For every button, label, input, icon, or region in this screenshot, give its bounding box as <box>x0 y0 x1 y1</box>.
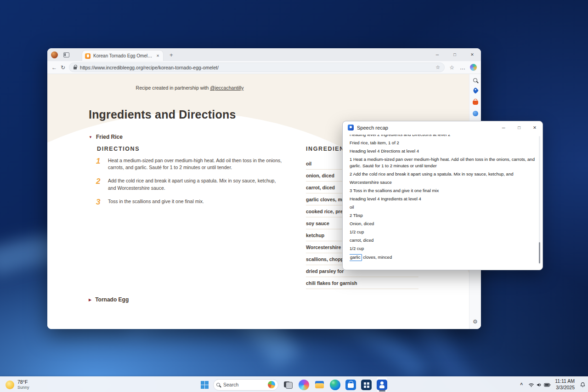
section-fried-rice[interactable]: ▼ Fried Rice <box>89 134 123 140</box>
directions-list: 1 Heat a medium-sized pan over medium-hi… <box>96 157 289 212</box>
tray-time: 11:11 AM <box>555 378 575 385</box>
speech-recap-body: Heading level 2 Ingredients and Directio… <box>343 135 538 268</box>
sidebar-search-icon[interactable] <box>473 78 477 82</box>
copilot-button[interactable] <box>298 377 310 392</box>
speech-line: Heading level 2 Ingredients and Directio… <box>350 135 538 138</box>
page-title: Ingredients and Directions <box>89 108 236 121</box>
partnership-link[interactable]: @jeccachantilly <box>210 85 243 91</box>
partnership-text: Recipe created in partnership with <box>136 85 210 91</box>
copilot-icon[interactable] <box>470 64 477 71</box>
start-button[interactable] <box>200 377 209 392</box>
speech-line-rest: cloves, minced <box>362 255 392 260</box>
search-icon <box>216 383 220 386</box>
speech-line: 3 Toss in the scallions and give it one … <box>350 188 538 194</box>
speech-line: 1/2 cup <box>350 246 538 252</box>
site-info-lock-icon[interactable] <box>74 67 77 69</box>
maximize-button[interactable]: □ <box>446 48 464 61</box>
refresh-icon[interactable]: ↻ <box>61 64 65 71</box>
search-label: Search <box>223 382 238 387</box>
chevron-down-icon: ▼ <box>89 135 92 139</box>
step-text: Add the cold rice and break it apart usi… <box>108 177 283 191</box>
direction-step: 2 Add the cold rice and break it apart u… <box>96 177 289 191</box>
partnership-note: Recipe created in partnership with @jecc… <box>89 85 291 91</box>
narrator-button[interactable] <box>376 377 388 392</box>
active-app-indicator <box>379 390 385 392</box>
sidebar-tools-icon[interactable] <box>473 111 478 116</box>
maximize-button[interactable]: □ <box>511 121 527 134</box>
tray-status-icons[interactable] <box>528 382 551 388</box>
step-text: Heat a medium-sized pan over medium-high… <box>108 157 283 171</box>
windows-logo-icon <box>201 381 209 389</box>
settings-gear-icon[interactable]: ⚙ <box>473 318 478 325</box>
speech-line: 1 Heat a medium-sized pan over medium-hi… <box>350 157 538 163</box>
sidebar-shopping-tag-icon[interactable] <box>472 87 478 94</box>
clock-date[interactable]: 11:11 AM 3/3/2025 <box>555 378 575 391</box>
scrollbar-thumb[interactable] <box>539 242 540 263</box>
section-tornado-egg-label: Tornado Egg <box>95 296 129 303</box>
window-controls: ─ □ ✕ <box>429 48 481 61</box>
narrator-app-icon <box>377 380 387 390</box>
favorites-icon[interactable]: ☆ <box>448 64 455 71</box>
speech-line: 1/2 cup <box>350 229 538 235</box>
speech-line: Heading level 4 Ingredients at level 4 <box>350 196 538 202</box>
speech-line: 2 Tbsp <box>350 213 538 219</box>
wifi-icon <box>528 382 534 388</box>
taskbar-center: Search <box>200 377 388 392</box>
close-button[interactable]: ✕ <box>464 48 481 61</box>
speech-line: Fried rice, tab item, 1 of 2 <box>350 140 538 146</box>
chevron-right-icon: ▶ <box>89 298 91 302</box>
close-button[interactable]: ✕ <box>527 121 543 134</box>
sidebar-basket-icon[interactable] <box>473 101 478 105</box>
sun-icon <box>6 381 14 389</box>
copilot-icon <box>299 380 309 390</box>
minimize-button[interactable]: ─ <box>429 48 446 61</box>
new-tab-button[interactable]: + <box>168 51 175 58</box>
bookmark-star-icon[interactable]: ☆ <box>435 64 440 70</box>
browser-tab[interactable]: Korean Tornado Egg Omelet - ... ✕ <box>82 51 163 61</box>
system-tray: ^ 11:11 AM 3/3/2025 <box>519 377 586 392</box>
address-bar[interactable]: https://www.incredibleegg.org/recipe/kor… <box>69 62 445 72</box>
weather-widget[interactable]: 78°F Sunny <box>1 377 34 392</box>
search-highlights-icon <box>268 381 275 388</box>
narrator-icon <box>348 125 354 131</box>
step-number: 3 <box>96 198 102 206</box>
tab-close-icon[interactable]: ✕ <box>155 53 160 59</box>
hidden-icons-chevron[interactable]: ^ <box>519 382 524 387</box>
speech-recap-title: Speech recap <box>357 125 388 131</box>
step-number: 2 <box>96 177 102 191</box>
section-tornado-egg[interactable]: ▶ Tornado Egg <box>89 296 129 303</box>
volume-icon <box>536 382 542 388</box>
taskbar-search[interactable]: Search <box>213 379 278 391</box>
tab-title: Korean Tornado Egg Omelet - ... <box>93 53 153 58</box>
speech-line: Worcestershire sauce <box>350 180 538 186</box>
speech-line: Heading level 4 Directions at level 4 <box>350 148 538 154</box>
task-view-button[interactable] <box>283 377 294 392</box>
office-icon <box>361 380 372 390</box>
office-button[interactable] <box>361 377 372 392</box>
battery-icon <box>544 382 551 388</box>
site-favicon-icon <box>85 53 90 59</box>
back-icon[interactable]: ← <box>51 64 57 71</box>
tray-date: 3/3/2025 <box>555 385 575 391</box>
profile-avatar[interactable] <box>51 51 58 58</box>
speech-recap-window: Speech recap ─ □ ✕ Heading level 2 Ingre… <box>342 121 543 270</box>
edge-button[interactable] <box>329 377 341 392</box>
minimize-button[interactable]: ─ <box>496 121 511 134</box>
url-text[interactable]: https://www.incredibleegg.org/recipe/kor… <box>80 65 432 70</box>
step-text: Toss in the scallions and give it one fi… <box>108 198 283 206</box>
more-options-icon[interactable]: … <box>459 64 466 71</box>
browser-titlebar: Korean Tornado Egg Omelet - ... ✕ + ─ □ … <box>47 48 481 61</box>
tab-actions-icon[interactable] <box>63 52 69 57</box>
file-explorer-icon <box>314 380 325 390</box>
browser-toolbar: ← ↻ https://www.incredibleegg.org/recipe… <box>47 61 481 74</box>
store-button[interactable] <box>345 377 356 392</box>
ingredient-row: chili flakes for garnish <box>306 277 418 289</box>
speech-line: garlic. Sauté for 1 to 2 minutes or unti… <box>350 163 538 169</box>
direction-step: 1 Heat a medium-sized pan over medium-hi… <box>96 157 289 171</box>
step-number: 1 <box>96 157 102 171</box>
file-explorer-button[interactable] <box>314 377 325 392</box>
taskbar: 78°F Sunny Search ^ 11:11 AM <box>0 376 588 392</box>
speech-line: oil <box>350 205 538 210</box>
weather-temp: 78°F <box>17 379 29 385</box>
notification-bell-icon[interactable] <box>580 382 586 388</box>
